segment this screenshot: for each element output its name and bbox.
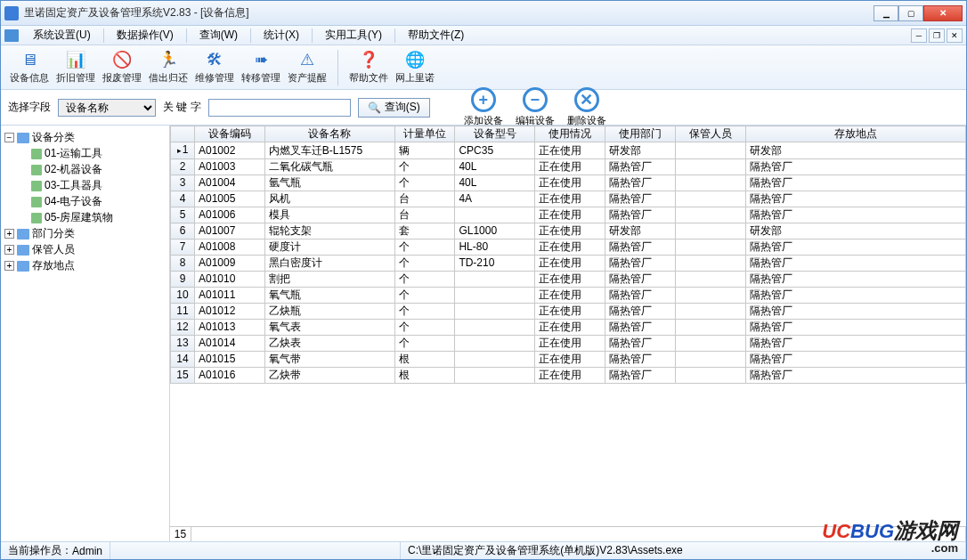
keyword-input[interactable] — [208, 99, 351, 117]
col-header[interactable]: 使用情况 — [535, 126, 605, 142]
tree-leaf[interactable]: 03-工具器具 — [19, 177, 167, 193]
cell[interactable]: 台 — [394, 191, 454, 207]
cell[interactable]: 正在使用 — [535, 256, 605, 272]
cell[interactable]: A01011 — [194, 288, 264, 304]
cell[interactable] — [675, 336, 745, 352]
cell[interactable] — [675, 207, 745, 223]
cell[interactable] — [455, 352, 535, 368]
cell[interactable]: 乙炔表 — [264, 336, 394, 352]
menu-stats[interactable]: 统计(X) — [256, 26, 306, 45]
cell[interactable]: CPC35 — [455, 142, 535, 159]
cell[interactable]: 割把 — [264, 272, 394, 288]
col-header[interactable]: 设备型号 — [455, 126, 535, 142]
table-row[interactable]: 10A01011氧气瓶个正在使用隔热管厂隔热管厂 — [171, 288, 966, 304]
row-number[interactable]: 10 — [171, 288, 195, 304]
cell[interactable]: 个 — [394, 239, 454, 256]
row-number[interactable]: 13 — [171, 336, 195, 352]
window-close-button[interactable] — [923, 5, 963, 21]
toolbar-button-转移管理[interactable]: ➠转移管理 — [238, 48, 284, 87]
table-row[interactable]: 11A01012乙炔瓶个正在使用隔热管厂隔热管厂 — [171, 304, 966, 320]
cell[interactable]: A01003 — [194, 159, 264, 175]
cell[interactable]: 隔热管厂 — [745, 368, 966, 384]
cell[interactable]: TD-210 — [455, 256, 535, 272]
tree-leaf[interactable]: 02-机器设备 — [19, 161, 167, 177]
row-number[interactable]: 6 — [171, 223, 195, 239]
toolbar-button-折旧管理[interactable]: 📊折旧管理 — [53, 48, 99, 87]
cell[interactable] — [675, 239, 745, 256]
cell[interactable]: 隔热管厂 — [605, 256, 676, 272]
tree-root-device-category[interactable]: −设备分类 01-运输工具02-机器设备03-工具器具04-电子设备05-房屋建… — [4, 129, 167, 225]
cell[interactable]: A01005 — [194, 191, 264, 207]
cell[interactable]: 氩气瓶 — [264, 175, 394, 191]
window-minimize-button[interactable] — [874, 5, 898, 21]
row-number[interactable]: 7 — [171, 239, 195, 256]
cell[interactable]: 氧气带 — [264, 352, 394, 368]
cell[interactable]: 隔热管厂 — [605, 175, 676, 191]
toolbar-button-借出归还[interactable]: 🏃借出归还 — [145, 48, 191, 87]
cell[interactable]: 正在使用 — [535, 368, 605, 384]
table-row[interactable]: 15A01016乙炔带根正在使用隔热管厂隔热管厂 — [171, 368, 966, 384]
tree-leaf[interactable]: 05-房屋建筑物 — [19, 209, 167, 225]
cell[interactable] — [455, 336, 535, 352]
table-row[interactable]: 1A01002内燃叉车迁B-L1575辆CPC35正在使用研发部研发部 — [171, 142, 966, 159]
cell[interactable]: 氧气瓶 — [264, 288, 394, 304]
tree-leaf[interactable]: 04-电子设备 — [19, 193, 167, 209]
cell[interactable] — [455, 207, 535, 223]
cell[interactable]: 隔热管厂 — [605, 320, 676, 336]
cell[interactable]: 个 — [394, 175, 454, 191]
cell[interactable]: 辊轮支架 — [264, 223, 394, 239]
cell[interactable]: A01009 — [194, 256, 264, 272]
cell[interactable]: 正在使用 — [535, 304, 605, 320]
expand-icon[interactable]: + — [4, 229, 14, 239]
collapse-icon[interactable]: − — [4, 133, 14, 142]
cell[interactable]: 隔热管厂 — [745, 191, 966, 207]
cell[interactable] — [675, 159, 745, 175]
cell[interactable]: 个 — [394, 256, 454, 272]
field-select[interactable]: 设备名称 — [58, 99, 156, 117]
cell[interactable] — [455, 320, 535, 336]
cell[interactable]: 正在使用 — [535, 320, 605, 336]
row-number[interactable]: 11 — [171, 304, 195, 320]
cell[interactable] — [675, 368, 745, 384]
cell[interactable]: 40L — [455, 175, 535, 191]
cell[interactable] — [675, 352, 745, 368]
table-row[interactable]: 12A01013氧气表个正在使用隔热管厂隔热管厂 — [171, 320, 966, 336]
cell[interactable]: 正在使用 — [535, 272, 605, 288]
cell[interactable] — [455, 368, 535, 384]
cell[interactable]: 模具 — [264, 207, 394, 223]
cell[interactable]: A01006 — [194, 207, 264, 223]
cell[interactable]: 研发部 — [745, 223, 966, 239]
row-number[interactable]: 15 — [171, 368, 195, 384]
cell[interactable] — [675, 272, 745, 288]
cell[interactable]: 隔热管厂 — [605, 159, 676, 175]
table-row[interactable]: 9A01010割把个正在使用隔热管厂隔热管厂 — [171, 272, 966, 288]
tree-leaf[interactable]: 01-运输工具 — [19, 145, 167, 161]
table-row[interactable]: 5A01006模具台正在使用隔热管厂隔热管厂 — [171, 207, 966, 223]
cell[interactable]: 隔热管厂 — [745, 239, 966, 256]
col-header[interactable]: 计量单位 — [394, 126, 454, 142]
mdi-restore-button[interactable]: ❐ — [929, 28, 945, 43]
cell[interactable]: 根 — [394, 352, 454, 368]
table-row[interactable]: 6A01007辊轮支架套GL1000正在使用研发部研发部 — [171, 223, 966, 239]
cell[interactable]: A01010 — [194, 272, 264, 288]
cell[interactable]: 40L — [455, 159, 535, 175]
cell[interactable]: 正在使用 — [535, 175, 605, 191]
cell[interactable]: 个 — [394, 304, 454, 320]
cell[interactable]: 辆 — [394, 142, 454, 159]
cell[interactable]: 隔热管厂 — [745, 175, 966, 191]
col-header[interactable]: 设备编码 — [194, 126, 264, 142]
table-row[interactable]: 2A01003二氧化碳气瓶个40L正在使用隔热管厂隔热管厂 — [171, 159, 966, 175]
cell[interactable]: 正在使用 — [535, 223, 605, 239]
cell[interactable]: 4A — [455, 191, 535, 207]
cell[interactable]: 个 — [394, 288, 454, 304]
toolbar-button-报废管理[interactable]: 🚫报废管理 — [99, 48, 145, 87]
mdi-close-button[interactable]: ✕ — [947, 28, 963, 43]
cell[interactable]: 氧气表 — [264, 320, 394, 336]
cell[interactable]: 隔热管厂 — [605, 191, 676, 207]
cell[interactable]: A01012 — [194, 304, 264, 320]
row-number[interactable]: 12 — [171, 320, 195, 336]
menu-query[interactable]: 查询(W) — [192, 26, 245, 45]
cell[interactable]: 隔热管厂 — [745, 256, 966, 272]
cell[interactable]: 套 — [394, 223, 454, 239]
cell[interactable]: 隔热管厂 — [605, 368, 676, 384]
